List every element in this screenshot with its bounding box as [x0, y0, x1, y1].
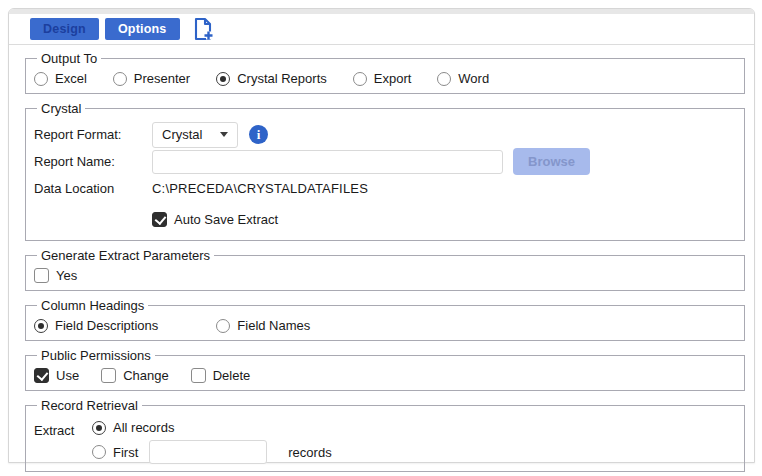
- section-output-to: Output To Excel Presenter Crystal Report…: [25, 51, 745, 94]
- section-legend: Record Retrieval: [37, 398, 142, 413]
- checkbox-label: Use: [56, 368, 79, 383]
- report-name-input[interactable]: [152, 150, 503, 174]
- records-suffix-label: records: [288, 445, 331, 460]
- radio-label: Field Descriptions: [55, 318, 158, 333]
- radio-label: Export: [374, 71, 412, 86]
- checkbox-icon: [34, 368, 49, 383]
- browse-button[interactable]: Browse: [513, 148, 590, 175]
- report-format-label: Report Format:: [34, 127, 152, 142]
- radio-icon: [216, 319, 230, 333]
- radio-label: Field Names: [237, 318, 310, 333]
- section-legend: Output To: [37, 51, 101, 66]
- radio-icon: [216, 72, 230, 86]
- checkbox-icon: [34, 268, 49, 283]
- tab-design[interactable]: Design: [30, 18, 99, 41]
- data-location-value: C:\PRECEDA\CRYSTALDATAFILES: [152, 181, 368, 196]
- radio-icon: [34, 72, 48, 86]
- tab-bar: Design Options: [9, 14, 754, 45]
- options-content: Output To Excel Presenter Crystal Report…: [9, 45, 754, 472]
- radio-output-crystal-reports[interactable]: Crystal Reports: [216, 71, 327, 86]
- report-format-value: Crystal: [162, 127, 202, 142]
- radio-icon: [437, 72, 451, 86]
- first-records-input[interactable]: [149, 440, 267, 464]
- checkbox-label: Yes: [56, 268, 77, 283]
- report-name-label: Report Name:: [34, 154, 152, 169]
- info-icon[interactable]: i: [249, 125, 268, 144]
- section-legend: Crystal: [37, 101, 85, 116]
- checkbox-label: Change: [123, 368, 169, 383]
- radio-output-export[interactable]: Export: [353, 71, 412, 86]
- checkbox-label: Delete: [213, 368, 251, 383]
- radio-icon: [113, 72, 127, 86]
- radio-field-descriptions[interactable]: Field Descriptions: [34, 318, 158, 333]
- section-crystal: Crystal Report Format: Crystal i Report …: [25, 101, 745, 241]
- options-panel: Design Options Output To Excel Prese: [8, 8, 755, 463]
- section-generate-extract-parameters: Generate Extract Parameters Yes: [25, 248, 745, 291]
- checkbox-icon: [152, 212, 167, 227]
- section-legend: Column Headings: [37, 298, 148, 313]
- data-location-label: Data Location: [34, 181, 152, 196]
- caret-down-icon: [220, 132, 228, 137]
- radio-icon: [353, 72, 367, 86]
- checkbox-auto-save-extract[interactable]: Auto Save Extract: [152, 212, 278, 227]
- checkbox-use[interactable]: Use: [34, 368, 79, 383]
- radio-label: Presenter: [134, 71, 190, 86]
- radio-all-records[interactable]: All records: [92, 420, 332, 435]
- new-page-plus-icon[interactable]: [192, 17, 214, 41]
- radio-label: Crystal Reports: [237, 71, 327, 86]
- checkbox-label: Auto Save Extract: [174, 212, 278, 227]
- extract-label: Extract: [34, 420, 92, 438]
- radio-output-word[interactable]: Word: [437, 71, 489, 86]
- radio-label: Word: [458, 71, 489, 86]
- checkbox-icon: [191, 368, 206, 383]
- radio-label: First: [113, 445, 138, 460]
- radio-field-names[interactable]: Field Names: [216, 318, 310, 333]
- report-format-select[interactable]: Crystal: [152, 122, 238, 148]
- checkbox-icon: [101, 368, 116, 383]
- section-public-permissions: Public Permissions Use Change Delete: [25, 348, 745, 391]
- section-legend: Public Permissions: [37, 348, 155, 363]
- radio-output-presenter[interactable]: Presenter: [113, 71, 190, 86]
- section-column-headings: Column Headings Field Descriptions Field…: [25, 298, 745, 341]
- section-record-retrieval: Record Retrieval Extract All records Fir…: [25, 398, 745, 472]
- checkbox-yes[interactable]: Yes: [34, 268, 77, 283]
- radio-icon: [92, 445, 106, 459]
- checkbox-change[interactable]: Change: [101, 368, 169, 383]
- radio-first-records[interactable]: First records: [92, 440, 332, 464]
- radio-icon: [92, 421, 106, 435]
- tab-options[interactable]: Options: [105, 18, 180, 41]
- radio-label: Excel: [55, 71, 87, 86]
- section-legend: Generate Extract Parameters: [37, 248, 214, 263]
- radio-label: All records: [113, 420, 174, 435]
- radio-output-excel[interactable]: Excel: [34, 71, 87, 86]
- checkbox-delete[interactable]: Delete: [191, 368, 251, 383]
- radio-icon: [34, 319, 48, 333]
